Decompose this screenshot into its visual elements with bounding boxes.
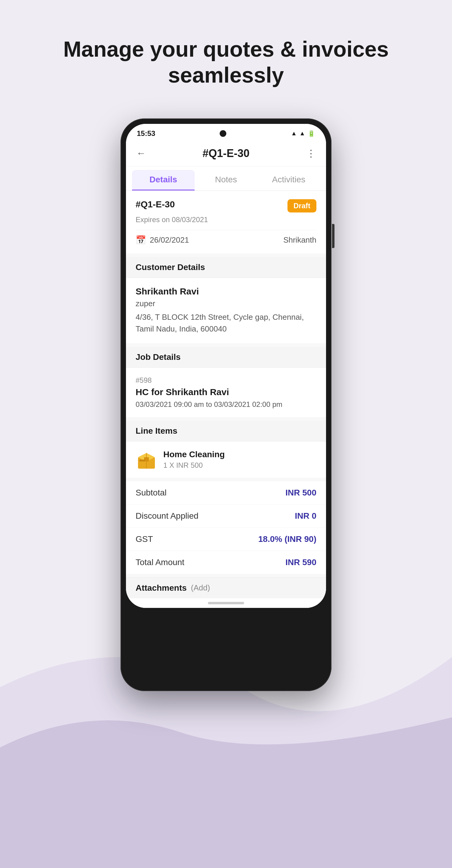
tab-details[interactable]: Details [132,170,195,190]
job-title: HC for Shrikanth Ravi [136,387,316,397]
phone-screen: 15:53 ▲ ▲ 🔋 ← #Q1-E-30 ⋮ [126,124,326,608]
job-section-header: Job Details [126,347,326,368]
phone-frame: 15:53 ▲ ▲ 🔋 ← #Q1-E-30 ⋮ [121,119,331,691]
date-left: 📅 26/02/2021 [136,235,189,245]
item-info: Home Cleaning 1 X INR 500 [163,450,316,470]
line-items-card: Home Cleaning 1 X INR 500 [126,441,326,478]
customer-card: Shrikanth Ravi zuper 4/36, T BLOCK 12th … [126,278,326,343]
scroll-indicator [126,598,326,608]
total-label: Total Amount [136,558,185,567]
power-button [332,224,334,248]
quote-header-card: #Q1-E-30 Draft Expires on 08/03/2021 📅 2… [126,191,326,253]
gst-label: GST [136,534,153,544]
back-button[interactable]: ← [134,147,148,160]
gst-row: GST 18.0% (INR 90) [126,528,326,551]
job-number: #598 [136,376,316,384]
attachments-section: Attachments (Add) [126,578,326,598]
line-items-section: Line Items [126,421,326,478]
phone-mockup: 15:53 ▲ ▲ 🔋 ← #Q1-E-30 ⋮ [121,119,331,691]
discount-value: INR 0 [295,511,316,521]
main-content: #Q1-E-30 Draft Expires on 08/03/2021 📅 2… [126,191,326,608]
customer-name: Shrikanth Ravi [136,286,316,297]
quote-person: Shrikanth [283,236,316,245]
totals-card: Subtotal INR 500 Discount Applied INR 0 … [126,481,326,574]
job-datetime: 03/03/2021 09:00 am to 03/03/2021 02:00 … [136,400,316,409]
status-icons: ▲ ▲ 🔋 [291,130,315,137]
item-name: Home Cleaning [163,450,316,459]
scroll-bar [208,602,244,604]
status-left: 15:53 [137,129,155,138]
back-arrow-icon: ← [136,148,146,159]
date-row: 📅 26/02/2021 Shrikanth [136,230,316,245]
camera-dot [220,130,226,137]
camera-notch [220,130,226,137]
item-icon [136,449,157,470]
draft-badge: Draft [288,199,316,213]
total-value: INR 590 [285,558,316,567]
nav-title: #Q1-E-30 [148,147,304,160]
job-section: Job Details #598 HC for Shrikanth Ravi 0… [126,347,326,417]
add-attachment-link[interactable]: (Add) [191,583,210,592]
svg-rect-4 [139,460,145,461]
gst-value: 18.0% (INR 90) [258,534,316,544]
wifi-icon: ▲ [299,130,305,137]
calendar-icon: 📅 [136,235,146,245]
quote-id: #Q1-E-30 [136,199,175,210]
item-qty: 1 X INR 500 [163,461,316,470]
customer-address: 4/36, T BLOCK 12th Street, Cycle gap, Ch… [136,311,316,335]
discount-row: Discount Applied INR 0 [126,504,326,528]
quote-header-row: #Q1-E-30 Draft [136,199,316,213]
customer-company: zuper [136,299,316,308]
quote-date: 26/02/2021 [150,236,189,245]
line-item: Home Cleaning 1 X INR 500 [126,441,326,478]
attachments-title: Attachments [136,583,187,593]
line-items-header: Line Items [126,421,326,441]
page-headline: Manage your quotes & invoices seamlessly [39,36,413,88]
discount-label: Discount Applied [136,511,199,521]
expires-text: Expires on 08/03/2021 [136,216,316,224]
customer-section: Customer Details Shrikanth Ravi zuper 4/… [126,257,326,343]
more-options-button[interactable]: ⋮ [304,147,318,160]
subtotal-label: Subtotal [136,488,167,498]
total-row: Total Amount INR 590 [126,551,326,574]
status-time: 15:53 [137,129,155,137]
more-icon: ⋮ [306,148,316,159]
battery-icon: 🔋 [308,130,315,137]
signal-icon: ▲ [291,130,297,137]
customer-section-header: Customer Details [126,257,326,278]
tab-activities[interactable]: Activities [257,170,320,190]
job-card: #598 HC for Shrikanth Ravi 03/03/2021 09… [126,368,326,417]
subtotal-value: INR 500 [285,488,316,498]
top-navigation: ← #Q1-E-30 ⋮ [126,141,326,166]
tabs-container: Details Notes Activities [126,166,326,191]
subtotal-row: Subtotal INR 500 [126,481,326,504]
tab-notes[interactable]: Notes [195,170,257,190]
status-bar: 15:53 ▲ ▲ 🔋 [126,124,326,141]
